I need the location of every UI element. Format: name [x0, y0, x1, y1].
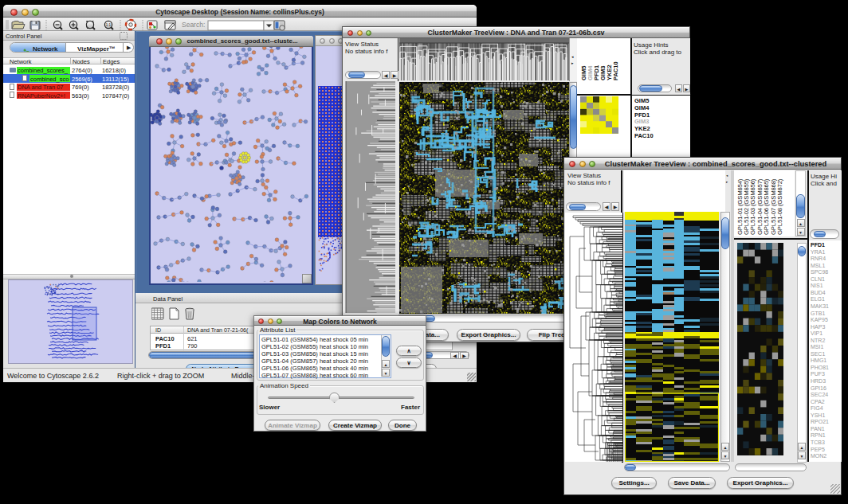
- svg-text:1:1: 1:1: [106, 23, 112, 27]
- svg-text:Search:: Search:: [182, 21, 205, 29]
